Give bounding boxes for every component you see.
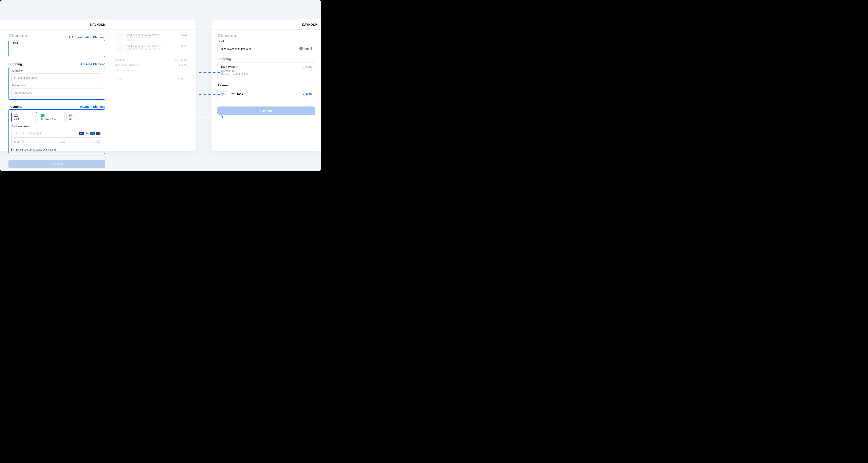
mapping-arrow: [199, 115, 224, 119]
arrow-head-icon: [220, 70, 224, 74]
divider: [115, 56, 187, 56]
billing-same-checkbox[interactable]: [11, 148, 14, 151]
card-icon: [14, 114, 18, 117]
check-icon: [12, 148, 14, 151]
payment-tab-cashapp[interactable]: $ Cash App Pay: [39, 112, 64, 122]
payment-tab-klarna[interactable]: K. Klarna: [66, 112, 92, 122]
link-auth-element-box: Link Authentication Element Email: [8, 40, 105, 57]
total-label: Total: [115, 77, 122, 81]
shipping-heading: Shipping: [217, 57, 315, 61]
link-logo: link: [305, 47, 310, 50]
kebab-menu-icon[interactable]: [311, 47, 312, 50]
payment-tab-cashapp-label: Cash App Pay: [41, 118, 62, 121]
summary-item: Dusk Hanging Lamp Modern Matte Anthracit…: [115, 33, 187, 41]
full-name-input[interactable]: [11, 73, 102, 82]
address-element-box: Address Element Full name Address line 1: [8, 67, 105, 100]
pay-now-button[interactable]: Pay now: [217, 106, 315, 115]
billing-same-label: Billing address is same as shipping: [16, 148, 56, 151]
card-info-label: Card information: [11, 125, 102, 128]
item-qty: Qty: 1: [126, 50, 179, 53]
mastercard-icon: [85, 132, 89, 135]
unionpay-icon: [96, 132, 100, 135]
cvc-hint-icon: [95, 140, 100, 143]
email-block: jane.diaz@example.com link: [217, 44, 315, 53]
full-name-label: Full name: [11, 69, 102, 72]
shipping-name: Theo Parker: [221, 65, 248, 69]
email-input[interactable]: [11, 46, 102, 54]
email-value: jane.diaz@example.com: [221, 47, 251, 50]
more-icon: ···: [97, 116, 99, 118]
card-last4: •••• 4242: [231, 92, 244, 95]
checkout-panel-after: KAVHOLM Checkout Email jane.diaz@example…: [212, 20, 321, 151]
est-shipping-label: Estimated Shipping: [115, 63, 139, 66]
card-network-icons: VISA: [79, 132, 100, 135]
checkout-panel-before: KAVHOLM Checkout Link Authentication Ele…: [0, 20, 196, 151]
item-price: $325: [181, 44, 187, 53]
payment-element-box: Payment Element Card $ Cash App Pay K.: [8, 109, 105, 154]
item-title: Dusk Hanging Lamp Modern: [126, 44, 179, 47]
arrow-head-icon: [220, 93, 224, 97]
email-label: Email: [217, 40, 315, 43]
visa-icon: VISA: [79, 132, 84, 135]
payment-tab-card-label: Card: [14, 118, 35, 120]
card-expiry-input[interactable]: [11, 138, 57, 146]
shipping-block: Theo Parker 123 Pike St Seattle, WA 9812…: [217, 62, 315, 79]
item-qty: Qty: 1: [126, 39, 179, 41]
checkout-title: Checkout: [217, 33, 315, 38]
item-thumbnail: [115, 33, 124, 41]
pay-now-button[interactable]: Pay now: [8, 160, 105, 168]
total-value: $99.00: [178, 77, 187, 81]
payment-heading: Payment: [8, 105, 22, 108]
shipping-heading: Shipping: [8, 62, 22, 66]
shipping-line1: 123 Pike St: [221, 69, 248, 73]
diagram-stage: KAVHOLM Checkout Link Authentication Ele…: [0, 0, 321, 171]
annotation-address: Address Element: [81, 62, 105, 66]
klarna-icon: K.: [69, 114, 72, 117]
add-promo-code-link[interactable]: Add promo code: [115, 69, 187, 72]
arrow-head-icon: [220, 115, 224, 119]
address-line1-label: Address line 1: [11, 84, 102, 87]
shipping-line2: Seattle, WA 98122 US: [221, 73, 248, 76]
change-shipping-link[interactable]: Change: [303, 65, 312, 68]
subtotal-label: Subtotal: [115, 58, 125, 61]
est-shipping-value: $15.00: [179, 63, 187, 66]
payment-tab-klarna-label: Klarna: [69, 118, 90, 121]
payment-tab-card[interactable]: Card: [11, 112, 37, 122]
mapping-arrow: [199, 93, 224, 97]
mapping-arrow: [199, 70, 224, 74]
item-thumbnail: [115, 44, 124, 53]
subtotal-value: $2,840.00: [175, 58, 187, 61]
email-label: Email: [11, 41, 102, 44]
brand-header: KAVHOLM: [212, 20, 321, 30]
item-sub: Matte Anthracite · Large · Ceiling: [126, 36, 179, 39]
payment-block: VISA •••• 4242 Change: [217, 89, 315, 99]
annotation-link-auth: Link Authentication Element: [65, 36, 105, 39]
item-price: $325: [181, 33, 187, 41]
address-line1-input[interactable]: [11, 88, 102, 97]
item-sub: Matte Anthracite · Large · Ceiling: [126, 47, 179, 50]
annotation-payment: Payment Element: [80, 105, 105, 108]
payment-tab-more[interactable]: ···: [94, 112, 102, 122]
change-payment-link[interactable]: Change: [303, 92, 312, 95]
link-circle-icon: [300, 47, 303, 50]
amex-icon: [90, 132, 95, 135]
payment-heading: Payment: [217, 84, 315, 87]
item-title: Dusk Hanging Lamp Modern: [126, 33, 179, 36]
order-summary: Dusk Hanging Lamp Modern Matte Anthracit…: [115, 33, 187, 168]
summary-item: Dusk Hanging Lamp Modern Matte Anthracit…: [115, 44, 187, 53]
cashapp-icon: $: [41, 114, 44, 117]
brand-header: KAVHOLM: [0, 20, 196, 30]
